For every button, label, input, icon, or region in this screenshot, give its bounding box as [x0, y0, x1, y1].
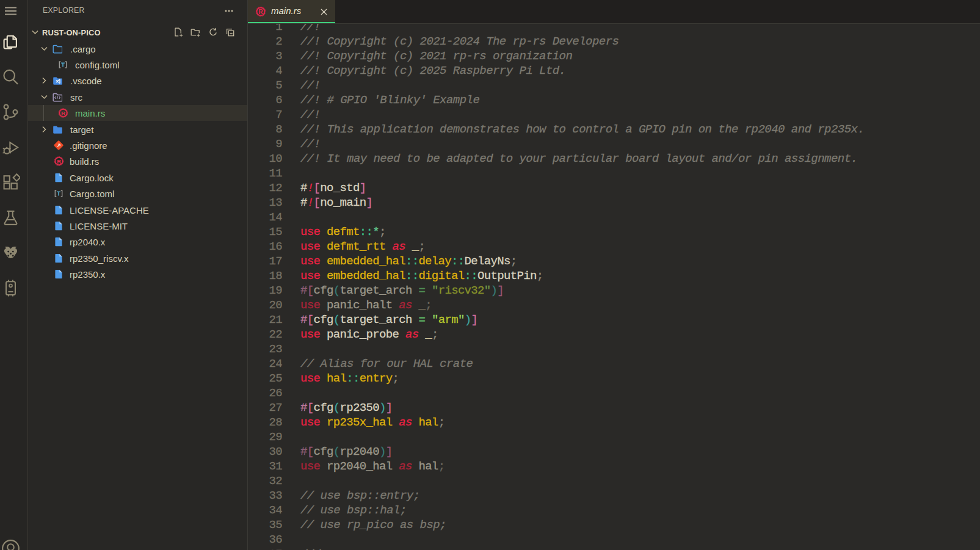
- svg-text:R: R: [258, 9, 263, 15]
- svg-text:R: R: [61, 110, 65, 117]
- svg-text:R: R: [57, 158, 61, 165]
